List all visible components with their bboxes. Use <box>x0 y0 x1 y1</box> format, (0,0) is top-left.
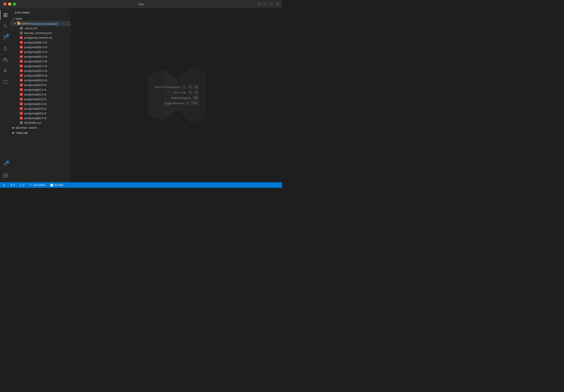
file-name: postgresql@13.rb <box>24 98 46 101</box>
sidebar-item-search[interactable] <box>0 21 11 31</box>
layout-icon-4[interactable] <box>275 2 280 6</box>
show-all-commands-key3: A <box>194 85 198 89</box>
errors-icon: ⊘ <box>10 183 13 187</box>
list-item[interactable]: rb postgresql@9.0.rb <box>11 49 71 54</box>
list-item[interactable]: {} formula_renames.json <box>11 30 71 35</box>
list-item[interactable]: rb postgresql@12.rb <box>11 92 71 97</box>
activity-bar: 1 <box>0 8 11 182</box>
status-timer[interactable]: 🕐 10 mins <box>49 182 64 188</box>
list-item[interactable]: rb postgresql-common.rb <box>11 35 71 40</box>
ruby-file-icon: rb <box>20 88 23 91</box>
timeline-chevron: ▶ <box>13 132 14 134</box>
titlebar-icons <box>257 2 280 6</box>
file-name: postgresql@8.3.rb <box>24 41 47 44</box>
file-list: YM .cirrus.yml {} formula_renames.json r… <box>11 26 71 125</box>
file-type-icon: rb <box>19 102 23 106</box>
file-type-icon: MD <box>19 121 23 125</box>
list-item[interactable]: MD README.md <box>11 120 71 125</box>
file-type-icon: {} <box>19 31 23 35</box>
list-item[interactable]: rb postgresql@15.rb <box>11 106 71 111</box>
svg-rect-3 <box>264 4 266 5</box>
list-item[interactable]: rb postgresql@9.3.rb <box>11 64 71 68</box>
svg-rect-6 <box>276 3 277 5</box>
ruby-file-icon: rb <box>20 102 23 105</box>
svg-rect-10 <box>6 13 7 17</box>
status-live-share[interactable]: Live Share <box>28 182 46 188</box>
status-close[interactable]: ✕ <box>2 182 6 188</box>
yaml-file-icon: YM <box>20 27 23 30</box>
ruby-file-icon: rb <box>20 107 23 110</box>
shortcut-show-all-commands: Show All Commands ⇧ ⌘ A <box>154 85 198 89</box>
list-item[interactable]: rb postgresql@11.rb <box>11 87 71 92</box>
list-item[interactable]: rb postgresql@10.rb <box>11 83 71 87</box>
maximize-button[interactable] <box>13 2 16 6</box>
svg-rect-23 <box>4 80 7 84</box>
ruby-file-icon: rb <box>20 36 23 39</box>
timeline-section: ▶ TIMELINE <box>11 130 71 135</box>
sidebar-item-account[interactable]: 2 <box>0 159 11 169</box>
sidebar-item-flame[interactable] <box>0 66 11 76</box>
list-item[interactable]: rb postgresql@9.5.rb <box>11 73 71 78</box>
layout-icon-3[interactable] <box>269 2 273 6</box>
layout-icon-1[interactable] <box>257 2 261 6</box>
taps-section[interactable]: TAPS <box>11 17 71 21</box>
file-type-icon: rb <box>19 107 23 111</box>
ruby-file-icon: rb <box>20 41 23 44</box>
toggle-terminal-key2: F12 <box>191 101 198 105</box>
file-type-icon: rb <box>19 69 23 73</box>
file-type-icon: rb <box>19 111 23 115</box>
file-type-icon: YM <box>19 26 23 30</box>
file-name: postgresql@9.4.rb <box>24 69 47 72</box>
timeline-label[interactable]: ▶ TIMELINE <box>11 130 71 135</box>
sidebar-header: EXPLORER ··· <box>11 8 71 17</box>
go-to-file-label: Go to File <box>174 91 186 94</box>
list-item[interactable]: rb postgresql@9.2.rb <box>11 59 71 64</box>
file-name: postgresql@9.3.rb <box>24 64 47 68</box>
sidebar-title: EXPLORER <box>15 11 30 14</box>
sidebar-item-explorer[interactable] <box>0 10 11 20</box>
live-share-text: Live Share <box>33 183 45 187</box>
list-item[interactable]: rb postgresql@8.3.rb <box>11 40 71 45</box>
list-item[interactable]: rb postgresql@16.rb <box>11 111 71 116</box>
warnings-count: 0 <box>23 183 25 187</box>
shortcut-toggle-terminal: Toggle Terminal ⌥ F12 <box>164 101 198 105</box>
sidebar-item-extensions[interactable] <box>0 43 11 54</box>
gistpad-label[interactable]: ▶ GISTPAD: GISTS <box>11 125 71 130</box>
status-warnings[interactable]: ⚠ 0 <box>19 182 25 188</box>
editor-area: Show All Commands ⇧ ⌘ A Go to File ⌘ E S… <box>71 8 282 182</box>
file-name: postgresql@12.rb <box>24 93 46 96</box>
sidebar-item-source-control[interactable]: 1 <box>0 32 11 42</box>
layout-icon-2[interactable] <box>263 2 267 6</box>
file-name: postgresql@15.rb <box>24 107 46 110</box>
file-name: postgresql@9.0.rb <box>24 50 47 54</box>
list-item[interactable]: rb postgresql@14.rb <box>11 101 71 106</box>
file-name: postgresql@11.rb <box>24 88 46 91</box>
sidebar-item-docker[interactable] <box>0 55 11 65</box>
repo-folder[interactable]: ▼ petere/homebrew-postgresql <box>11 21 71 26</box>
md-file-icon: MD <box>20 121 23 124</box>
sidebar-item-square[interactable] <box>0 77 11 87</box>
file-name: postgresql@17.rb <box>24 116 46 120</box>
ruby-file-icon: rb <box>20 50 23 53</box>
file-type-icon: rb <box>19 88 23 92</box>
close-button[interactable] <box>3 2 6 6</box>
status-errors[interactable]: ⊘ 0 <box>9 182 16 188</box>
file-type-icon: rb <box>19 83 23 87</box>
ruby-file-icon: rb <box>20 55 23 58</box>
list-item[interactable]: rb postgresql@13.rb <box>11 97 71 101</box>
minimize-button[interactable] <box>8 2 11 6</box>
sidebar-more-button[interactable]: ··· <box>63 10 67 15</box>
list-item[interactable]: rb postgresql@8.4.rb <box>11 45 71 49</box>
list-item[interactable]: rb postgresql@9.1.rb <box>11 54 71 59</box>
file-name: postgresql@10.rb <box>24 84 46 87</box>
list-item[interactable]: rb postgresql@9.4.rb <box>11 68 71 73</box>
list-item[interactable]: rb postgresql@9.6.rb <box>11 78 71 83</box>
file-type-icon: rb <box>19 64 23 68</box>
sidebar-item-settings[interactable] <box>0 170 11 181</box>
file-type-icon: rb <box>19 45 23 49</box>
start-debugging-label: Start Debugging <box>171 96 191 99</box>
list-item[interactable]: rb postgresql@17.rb <box>11 116 71 120</box>
start-debugging-key1: F5 <box>193 96 198 100</box>
folder-icon <box>17 22 21 25</box>
list-item[interactable]: YM .cirrus.yml <box>11 26 71 30</box>
